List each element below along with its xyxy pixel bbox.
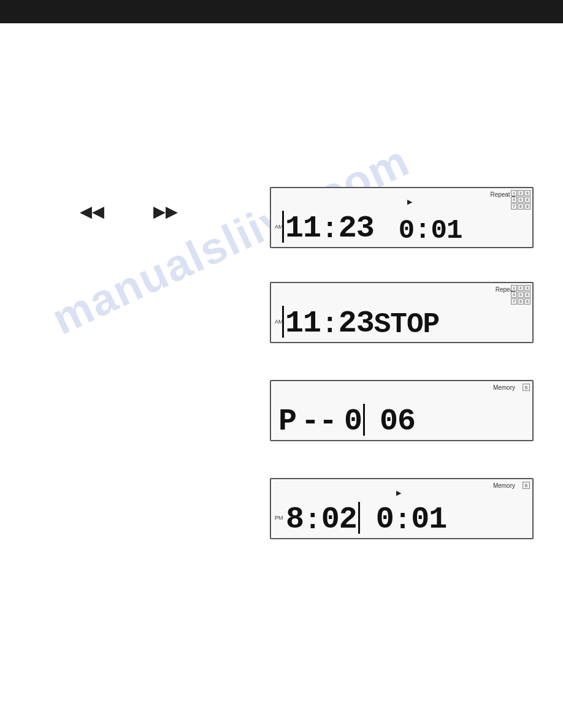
panel4-play-icon: ▶ — [396, 489, 401, 497]
colon2: : — [414, 217, 431, 244]
num-cell2-9: 9 — [524, 298, 530, 305]
p4-0c: 0 — [411, 504, 429, 535]
colon1: : — [321, 216, 339, 244]
num-cell-4: 4 — [511, 197, 517, 203]
p2-d2: 2 — [339, 308, 356, 339]
p3-P: P — [278, 406, 296, 437]
panel3-display: P - - 0 0 6 — [278, 404, 415, 437]
p2-T: T — [390, 311, 407, 339]
num-cell-9: 9 — [524, 203, 530, 210]
p2-d1b: 1 — [303, 308, 321, 339]
panel3-label: Memory — [493, 384, 515, 391]
d-2: 2 — [339, 213, 356, 244]
header-bar — [0, 0, 563, 23]
p4-0b: 0 — [376, 504, 394, 535]
p2-S: S — [374, 311, 391, 339]
p3-0b: 0 — [380, 406, 397, 437]
prev-arrow-icon[interactable]: ◀◀ — [80, 202, 104, 221]
tick2 — [282, 306, 284, 338]
p2-O: O — [407, 311, 423, 339]
p2-colon: : — [321, 311, 339, 339]
panel4-label: Memory — [493, 482, 515, 489]
p4-1: 1 — [429, 504, 446, 535]
num-cell2-4: 4 — [511, 292, 517, 298]
num-cell2-1: 1 — [511, 285, 517, 291]
next-arrow-icon[interactable]: ▶▶ — [153, 202, 178, 221]
panel2-numgrid: 1 2 3 4 5 6 7 8 9 — [511, 285, 530, 305]
panel1-play-icon: ▶ — [407, 198, 412, 206]
panel-repeat1: Repeat 1 1 2 3 4 5 6 7 8 9 AM ▶ 1 1 : 2 … — [270, 187, 534, 248]
num-cell-1: 1 — [511, 190, 517, 196]
p2-d1: 1 — [285, 308, 303, 339]
panel3-num6: 6 — [523, 384, 530, 391]
num-cell-3: 3 — [524, 190, 530, 196]
num-cell-5: 5 — [518, 197, 524, 203]
d-0b: 0 — [431, 217, 446, 244]
num-cell2-7: 7 — [511, 298, 517, 305]
num-cell-8: 8 — [518, 203, 524, 210]
p3-6: 6 — [397, 406, 415, 437]
nav-arrows: ◀◀ ▶▶ — [80, 202, 178, 221]
num-cell2-8: 8 — [518, 298, 524, 305]
panel4-num6: 6 — [523, 482, 530, 489]
panel2-display: 1 1 : 2 3 S T O P — [282, 306, 439, 339]
panel-memory-p: Memory 6 P - - 0 0 6 — [270, 380, 534, 441]
p4-colon1: : — [304, 507, 321, 535]
d-1b: 1 — [303, 213, 321, 244]
num-cell2-2: 2 — [518, 285, 524, 291]
p3-tick — [363, 404, 365, 436]
p2-d3: 3 — [356, 308, 374, 339]
panel-repeat-stop: Repeat 1 2 3 4 5 6 7 8 9 AM 1 1 : 2 3 S … — [270, 282, 534, 343]
p4-0: 0 — [321, 504, 339, 535]
d-0a: 0 — [399, 217, 414, 244]
num-cell2-5: 5 — [518, 292, 524, 298]
panel4-display: 8 : 0 2 0 : 0 1 — [282, 502, 446, 535]
tick1 — [282, 211, 284, 243]
p3-dash1: - — [301, 406, 319, 437]
panel1-display: 1 1 : 2 3 0 : 0 1 — [282, 211, 462, 244]
p3-dash2: - — [319, 406, 337, 437]
num-cell-7: 7 — [511, 203, 517, 210]
p3-0: 0 — [344, 406, 362, 437]
num-cell-2: 2 — [518, 190, 524, 196]
p4-colon2: : — [394, 507, 412, 535]
p4-2: 2 — [339, 504, 357, 535]
num-cell-6: 6 — [524, 197, 530, 203]
num-cell2-3: 3 — [524, 285, 530, 291]
panel1-numgrid: 1 2 3 4 5 6 7 8 9 — [511, 190, 530, 210]
p2-P: P — [423, 311, 440, 339]
panel-memory-8: Memory 6 PM ▶ 8 : 0 2 0 : 0 1 — [270, 478, 534, 539]
d-3: 3 — [356, 213, 374, 244]
p4-8: 8 — [286, 504, 304, 535]
d-1c: 1 — [446, 217, 462, 244]
d-1: 1 — [285, 213, 303, 244]
num-cell2-6: 6 — [524, 292, 530, 298]
p4-tick — [358, 502, 360, 534]
